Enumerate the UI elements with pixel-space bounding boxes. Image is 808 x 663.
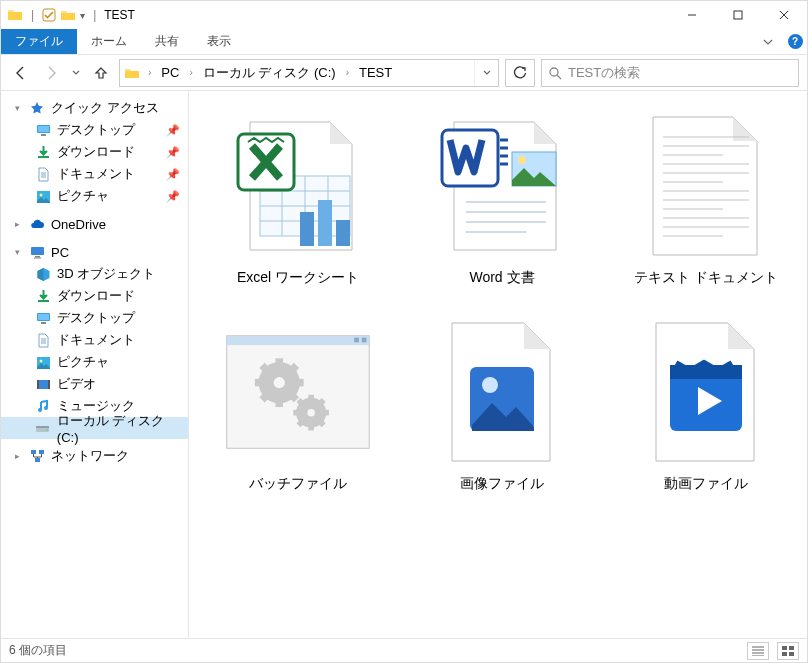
nav-qa-item[interactable]: デスクトップ 📌	[1, 119, 188, 141]
cloud-icon	[29, 216, 45, 232]
breadcrumb-folder[interactable]: TEST	[353, 60, 398, 86]
svg-rect-49	[255, 379, 263, 387]
svg-rect-14	[38, 314, 49, 320]
tab-view[interactable]: 表示	[193, 29, 245, 54]
3d-icon	[35, 266, 51, 282]
nav-label: ドキュメント	[57, 165, 135, 183]
nav-pc-item[interactable]: デスクトップ	[1, 307, 188, 329]
svg-rect-66	[789, 646, 794, 650]
qat-dropdown-icon[interactable]: ▾	[80, 10, 85, 21]
chevron-right-icon[interactable]: ▸	[11, 451, 23, 461]
file-view[interactable]: Excel ワークシート Word 文書	[189, 91, 807, 638]
file-item[interactable]: 動画ファイル	[611, 311, 801, 503]
nav-onedrive[interactable]: ▸ OneDrive	[1, 213, 188, 235]
nav-label: ローカル ディスク (C:)	[57, 412, 188, 445]
chevron-right-icon[interactable]: ▸	[11, 219, 23, 229]
nav-quick-access[interactable]: ▾ クイック アクセス	[1, 97, 188, 119]
nav-label: 3D オブジェクト	[57, 265, 155, 283]
tab-file[interactable]: ファイル	[1, 29, 77, 54]
pictures-icon	[35, 188, 51, 204]
desktop-icon	[35, 310, 51, 326]
recent-locations-button[interactable]	[69, 59, 83, 87]
svg-point-22	[44, 406, 48, 410]
search-box[interactable]	[541, 59, 799, 87]
up-button[interactable]	[89, 59, 113, 87]
refresh-button[interactable]	[505, 59, 535, 87]
tab-home[interactable]: ホーム	[77, 29, 141, 54]
navigation-row: › PC › ローカル ディスク (C:) › TEST	[1, 55, 807, 91]
svg-rect-11	[34, 257, 41, 258]
nav-label: デスクトップ	[57, 121, 135, 139]
file-thumbnail-excel	[223, 111, 373, 261]
pin-icon: 📌	[166, 146, 180, 159]
close-button[interactable]	[761, 1, 807, 29]
svg-point-62	[482, 377, 498, 393]
file-item[interactable]: テキスト ドキュメント	[611, 105, 801, 297]
nav-pc-item[interactable]: ドキュメント	[1, 329, 188, 351]
svg-rect-15	[41, 322, 46, 324]
breadcrumb-pc[interactable]: PC	[155, 60, 185, 86]
qat-separator: |	[31, 8, 34, 22]
svg-rect-53	[323, 410, 329, 416]
back-button[interactable]	[9, 59, 33, 87]
svg-rect-47	[276, 400, 284, 408]
breadcrumb-drive[interactable]: ローカル ディスク (C:)	[197, 60, 342, 86]
svg-rect-26	[31, 450, 36, 454]
file-item[interactable]: 画像ファイル	[407, 311, 597, 503]
nav-label: クイック アクセス	[51, 99, 159, 117]
nav-pc-item[interactable]: ダウンロード	[1, 285, 188, 307]
qat-check-icon[interactable]	[42, 8, 56, 22]
chevron-down-icon[interactable]: ▾	[11, 103, 23, 113]
maximize-button[interactable]	[715, 1, 761, 29]
chevron-right-icon[interactable]: ›	[342, 67, 353, 78]
large-icons-view-button[interactable]	[777, 642, 799, 660]
nav-pc-item[interactable]: ローカル ディスク (C:)	[1, 417, 188, 439]
nav-pc-item[interactable]: ピクチャ	[1, 351, 188, 373]
minimize-button[interactable]	[669, 1, 715, 29]
ribbon-expand-button[interactable]	[753, 29, 783, 54]
file-item[interactable]: バッチファイル	[203, 311, 393, 503]
nav-qa-item[interactable]: ダウンロード 📌	[1, 141, 188, 163]
forward-button[interactable]	[39, 59, 63, 87]
file-label: 画像ファイル	[460, 475, 544, 493]
music-icon	[35, 398, 51, 414]
folder-icon	[7, 7, 23, 23]
download-icon	[35, 144, 51, 160]
svg-rect-59	[308, 395, 314, 401]
svg-rect-6	[38, 156, 49, 158]
navigation-pane[interactable]: ▾ クイック アクセス デスクトップ 📌 ダウンロード 📌 ドキュメント 📌 ピ…	[1, 91, 189, 638]
search-icon	[548, 66, 562, 80]
nav-pc[interactable]: ▾ PC	[1, 241, 188, 263]
nav-qa-item[interactable]: ピクチャ 📌	[1, 185, 188, 207]
svg-rect-57	[293, 410, 299, 416]
details-view-button[interactable]	[747, 642, 769, 660]
address-bar[interactable]: › PC › ローカル ディスク (C:) › TEST	[119, 59, 499, 87]
search-input[interactable]	[568, 65, 792, 80]
nav-label: ネットワーク	[51, 447, 129, 465]
file-item[interactable]: Excel ワークシート	[203, 105, 393, 297]
nav-pc-item[interactable]: ビデオ	[1, 373, 188, 395]
file-item[interactable]: Word 文書	[407, 105, 597, 297]
file-thumbnail-image	[427, 317, 577, 467]
svg-rect-24	[36, 426, 49, 428]
window-title: TEST	[104, 8, 135, 22]
svg-point-25	[47, 429, 49, 431]
tab-share[interactable]: 共有	[141, 29, 193, 54]
nav-network[interactable]: ▸ ネットワーク	[1, 445, 188, 467]
folder-icon-small[interactable]	[60, 7, 76, 23]
pin-icon: 📌	[166, 190, 180, 203]
download-icon	[35, 288, 51, 304]
pictures-icon	[35, 354, 51, 370]
svg-point-17	[39, 359, 42, 362]
chevron-down-icon[interactable]: ▾	[11, 247, 23, 257]
svg-rect-31	[318, 200, 332, 246]
nav-qa-item[interactable]: ドキュメント 📌	[1, 163, 188, 185]
address-dropdown-button[interactable]	[474, 60, 498, 86]
file-thumbnail-text	[631, 111, 781, 261]
nav-pc-item[interactable]: 3D オブジェクト	[1, 263, 188, 285]
svg-rect-19	[37, 380, 39, 389]
help-button[interactable]: ?	[783, 29, 807, 54]
chevron-right-icon[interactable]: ›	[185, 67, 196, 78]
star-icon	[29, 100, 45, 116]
chevron-right-icon[interactable]: ›	[144, 67, 155, 78]
